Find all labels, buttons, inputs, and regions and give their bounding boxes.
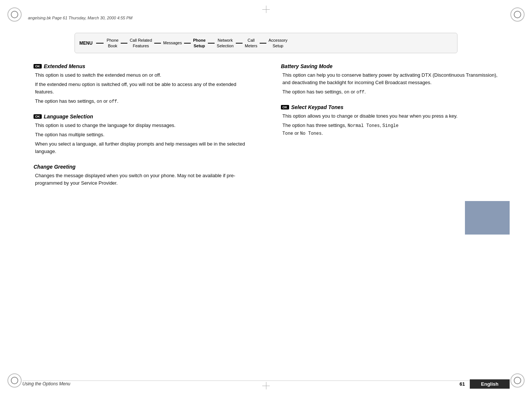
nav-connector-3	[184, 43, 191, 44]
nav-connector-2	[154, 43, 161, 44]
crosshair-top	[262, 6, 270, 13]
extended-menus-title: Extended Menus	[44, 63, 85, 69]
battery-saving-body: This option can help you to conserve bat…	[282, 71, 498, 96]
footer-left-text: Using the Options Menu	[22, 381, 70, 386]
battery-saving-p2: The option has two settings, on or off.	[282, 88, 498, 96]
keypad-tones-p1: This option allows you to change or disa…	[282, 112, 498, 120]
footer-language-label: English	[481, 381, 498, 387]
nav-strip: MENU PhoneBook Call RelatedFeatures Mess…	[75, 33, 457, 53]
highlight-box	[465, 201, 510, 235]
main-content: OK Extended Menus This option is used to…	[22, 60, 510, 365]
extended-menus-p2: If the extended menu option is switched …	[35, 81, 251, 96]
extended-menus-heading: OK Extended Menus	[34, 63, 251, 69]
corner-mark-tl	[7, 7, 22, 22]
menu-label: MENU	[79, 41, 92, 46]
section-battery-saving: Battery Saving Mode This option can help…	[281, 63, 498, 96]
footer-page-number: 61	[460, 381, 465, 387]
nav-item-phone-book[interactable]: PhoneBook	[107, 38, 118, 48]
section-language-selection: OK Language Selection This option is use…	[34, 114, 251, 156]
footer: Using the Options Menu 61 English	[22, 380, 510, 384]
change-greeting-heading: Change Greeting	[34, 164, 251, 170]
battery-saving-p1: This option can help you to conserve bat…	[282, 71, 498, 86]
section-select-keypad-tones: OK Select Keypad Tones This option allow…	[281, 104, 498, 137]
nav-item-messages[interactable]: Messages	[163, 40, 182, 45]
nav-item-call-meters[interactable]: CallMeters	[245, 38, 257, 48]
extended-menus-body: This option is used to switch the extend…	[35, 71, 251, 105]
left-column: OK Extended Menus This option is used to…	[22, 60, 259, 365]
nav-item-accessory-setup[interactable]: AccessorySetup	[269, 38, 288, 48]
nav-connector-4	[208, 43, 215, 44]
nav-item-network-selection[interactable]: NetworkSelection	[217, 38, 234, 48]
language-selection-heading: OK Language Selection	[34, 114, 251, 120]
battery-saving-heading: Battery Saving Mode	[281, 63, 498, 69]
section-change-greeting: Change Greeting Changes the message disp…	[34, 164, 251, 187]
nav-connector-6	[260, 43, 266, 44]
ok-badge-language: OK	[34, 114, 42, 119]
file-info: angelsing.bk Page 61 Thursday, March 30,…	[28, 16, 132, 20]
change-greeting-p1: Changes the message displayed when you s…	[35, 172, 251, 187]
ok-badge-extended: OK	[34, 64, 42, 69]
keypad-tones-heading: OK Select Keypad Tones	[281, 104, 498, 110]
change-greeting-body: Changes the message displayed when you s…	[35, 172, 251, 187]
corner-mark-tr	[510, 7, 525, 22]
battery-saving-title: Battery Saving Mode	[281, 63, 332, 69]
corner-mark-bl	[7, 373, 22, 388]
nav-item-call-related[interactable]: Call RelatedFeatures	[130, 38, 152, 48]
keypad-tones-p2: The option has three settings, Normal To…	[282, 122, 498, 137]
nav-item-phone-setup[interactable]: PhoneSetup	[193, 38, 206, 48]
change-greeting-title: Change Greeting	[34, 164, 76, 170]
keypad-tones-body: This option allows you to change or disa…	[282, 112, 498, 137]
language-selection-p3: When you select a language, all further …	[35, 140, 251, 155]
nav-line-1	[96, 43, 104, 44]
extended-menus-p3: The option has two settings, on or off.	[35, 98, 251, 105]
language-selection-p1: This option is used to change the langua…	[35, 122, 251, 129]
language-selection-p2: The option has multiple settings.	[35, 131, 251, 138]
language-selection-title: Language Selection	[44, 114, 93, 120]
nav-connector-5	[236, 43, 243, 44]
extended-menus-p1: This option is used to switch the extend…	[35, 71, 251, 79]
ok-badge-keypad: OK	[281, 105, 289, 109]
corner-mark-br	[510, 373, 525, 388]
keypad-tones-title: Select Keypad Tones	[291, 104, 343, 110]
language-selection-body: This option is used to change the langua…	[35, 122, 251, 156]
footer-language-box: English	[470, 379, 510, 389]
section-extended-menus: OK Extended Menus This option is used to…	[34, 63, 251, 105]
nav-connector-1	[121, 43, 127, 44]
